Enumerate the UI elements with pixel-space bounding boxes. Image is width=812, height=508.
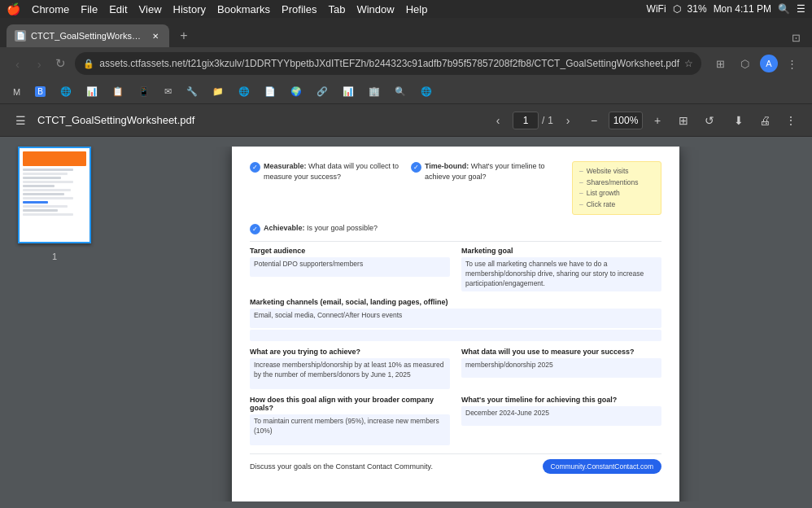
target-audience-col: Target audience Potential DPO supporters… [250,247,450,291]
bookmark-item-3[interactable]: 🌐 [55,83,76,101]
forward-button[interactable]: › [32,53,47,74]
bookmark-item-8[interactable]: 🔧 [181,83,203,101]
pdf-next-page[interactable]: › [557,109,579,132]
pdf-menu-button[interactable]: ☰ [10,110,31,131]
pdf-thumbnail-1[interactable] [18,147,91,243]
achieve-value: Increase membership/donorship by at leas… [250,358,450,389]
menubar: 🍎 Chrome File Edit View History Bookmark… [0,0,812,18]
bookmark-item-15[interactable]: 🏢 [364,83,385,101]
tab-favicon: 📄 [15,30,26,42]
bookmark-item-10[interactable]: 🌐 [234,83,255,101]
spotlight-icon[interactable]: 🔍 [778,3,790,15]
browser-chrome: 📄 CTCT_GoalSettingWorksheet.pdf ✕ + ⊡ ‹ … [0,18,812,104]
menubar-edit[interactable]: Edit [109,3,127,15]
achieve-measure-row: What are you trying to achieve? Increase… [250,348,661,389]
tab-search-icon[interactable]: ⊡ [786,28,805,47]
bookmark-item-5[interactable]: 📋 [107,83,129,101]
pdf-zoom-out[interactable]: − [583,109,605,132]
pdf-prev-page[interactable]: ‹ [487,109,509,132]
extensions-icon[interactable]: ⬡ [736,54,755,73]
achievable-question: Is your goal possible? [307,224,378,232]
bookmark-star-icon[interactable]: ☆ [684,58,693,69]
bookmark-item-9[interactable]: 📁 [207,83,229,101]
measure-col: What data will you use to measure your s… [461,348,661,389]
menubar-help[interactable]: Help [406,3,428,15]
measurable-section: ✓ Measurable: What data will you collect… [250,161,403,215]
bookmark-item-17[interactable]: 🌐 [416,83,437,101]
community-row: Discuss your goals on the Constant Conta… [250,453,661,474]
menubar-chrome[interactable]: Chrome [32,3,69,15]
measurable-label: Measurable: [264,162,307,170]
back-button[interactable]: ‹ [10,53,25,74]
timebound-section: ✓ Time-bound: What's your timeline to ac… [411,161,564,215]
achieve-col: What are you trying to achieve? Increase… [250,348,450,389]
url-input[interactable]: 🔒 assets.ctfassets.net/t21gix3kzulv/1DDR… [75,52,701,75]
bookmark-item-6[interactable]: 📱 [133,83,155,101]
bookmark-item-13[interactable]: 🔗 [312,83,333,101]
pdf-page-input[interactable] [513,112,539,129]
achievable-check: ✓ [250,224,260,234]
menubar-tab[interactable]: Tab [328,3,345,15]
pdf-print-button[interactable]: 🖨 [753,109,776,132]
browser-menu-icon[interactable]: ⋮ [783,54,802,73]
pdf-page: ✓ Measurable: What data will you collect… [232,147,679,501]
metric-1: Website visits [587,166,629,177]
pdf-zoom-in[interactable]: + [646,109,669,132]
browser-tab-active[interactable]: 📄 CTCT_GoalSettingWorksheet.pdf ✕ [7,24,169,47]
menubar-window[interactable]: Window [356,3,394,15]
bookmark-gmail[interactable]: M [8,83,25,101]
timebound-label: Time-bound: [425,162,469,170]
notification-icon[interactable]: ☰ [797,3,805,15]
achieve-label: What are you trying to achieve? [250,348,450,356]
achievable-label: Achievable: [264,224,305,232]
menubar-view[interactable]: View [139,3,162,15]
menubar-profiles[interactable]: Profiles [282,3,317,15]
bookmarks-bar: M B 🌐 📊 📋 📱 ✉ 🔧 📁 🌐 📄 🌍 🔗 📊 🏢 🔍 🌐 [0,80,812,104]
timebound-check: ✓ [411,162,421,173]
apple-menu[interactable]: 🍎 [7,2,20,15]
metric-3: List growth [587,188,620,199]
align-col: How does this goal align with your broad… [250,396,450,445]
timeline-label: What's your timeline for achieving this … [461,396,661,404]
profile-icon[interactable]: A [760,55,778,72]
bookmark-item-4[interactable]: 📊 [81,83,103,101]
bookmark-item-11[interactable]: 📄 [260,83,281,101]
bluetooth-icon[interactable]: ⬡ [673,3,681,15]
measurable-check: ✓ [250,162,260,173]
reload-button[interactable]: ↻ [54,53,69,74]
align-timeline-row: How does this goal align with your broad… [250,396,661,445]
bookmark-item-7[interactable]: ✉ [159,83,177,101]
bookmark-item-14[interactable]: 📊 [338,83,359,101]
pdf-zoom-input[interactable] [609,112,643,129]
pdf-rotate[interactable]: ↺ [698,109,721,132]
pdf-title: CTCT_GoalSettingWorksheet.pdf [37,114,194,126]
cast-icon[interactable]: ⊞ [711,54,731,73]
metrics-box: –Website visits –Shares/mentions –List g… [572,161,661,215]
bookmark-item-2[interactable]: B [30,83,50,101]
timeline-col: What's your timeline for achieving this … [461,396,661,445]
new-tab-button[interactable]: + [172,24,195,47]
bookmark-item-12[interactable]: 🌍 [286,83,307,101]
wifi-icon[interactable]: WiFi [647,3,666,15]
marketing-channels-label: Marketing channels (email, social, landi… [250,298,661,306]
address-bar: ‹ › ↻ 🔒 assets.ctfassets.net/t21gix3kzul… [0,47,812,80]
menubar-bookmarks[interactable]: Bookmarks [217,3,270,15]
measure-label: What data will you use to measure your s… [461,348,661,356]
menubar-file[interactable]: File [81,3,98,15]
align-value: To maintain current members (95%), incre… [250,414,450,445]
community-button[interactable]: Community.ConstantContact.com [543,459,661,474]
pdf-fit-page[interactable]: ⊞ [672,109,695,132]
pdf-download-button[interactable]: ⬇ [727,109,750,132]
marketing-channels-section: Marketing channels (email, social, landi… [250,298,661,341]
audience-goal-row: Target audience Potential DPO supporters… [250,247,661,291]
thumbnail-page-num: 1 [52,252,57,261]
pdf-page-separator: / [542,115,544,126]
timeline-value: December 2024-June 2025 [461,406,661,426]
pdf-more-button[interactable]: ⋮ [779,109,802,132]
tab-close-button[interactable]: ✕ [150,30,161,42]
align-label: How does this goal align with your broad… [250,396,450,412]
lock-icon: 🔒 [83,59,94,69]
menubar-history[interactable]: History [173,3,206,15]
bookmark-item-16[interactable]: 🔍 [390,83,411,101]
metric-4: Click rate [587,199,615,211]
